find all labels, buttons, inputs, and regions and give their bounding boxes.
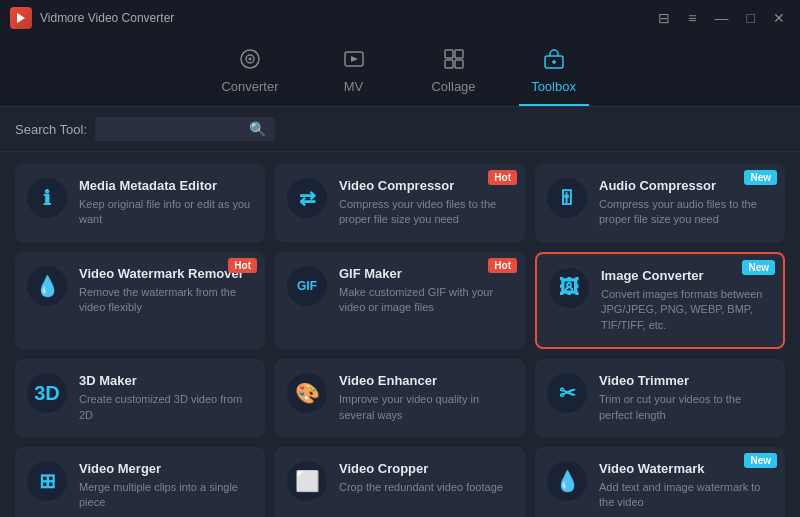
tool-icon-video-merger: ⊞	[27, 461, 67, 501]
tab-collage[interactable]: Collage	[419, 44, 489, 106]
chat-btn[interactable]: ⊟	[653, 8, 675, 28]
converter-icon	[239, 48, 261, 75]
search-input[interactable]	[103, 122, 243, 137]
search-input-wrap: 🔍	[95, 117, 275, 141]
tool-icon-3d-maker: 3D	[27, 373, 67, 413]
search-label: Search Tool:	[15, 122, 87, 137]
tool-desc-video-merger: Merge multiple clips into a single piece	[79, 480, 253, 511]
tool-name-3d-maker: 3D Maker	[79, 373, 253, 388]
tool-card-video-merger[interactable]: ⊞Video MergerMerge multiple clips into a…	[15, 447, 265, 517]
tool-info-video-enhancer: Video EnhancerImprove your video quality…	[339, 373, 513, 423]
tab-converter[interactable]: Converter	[211, 44, 288, 106]
tool-info-media-metadata-editor: Media Metadata EditorKeep original file …	[79, 178, 253, 228]
tool-card-media-metadata-editor[interactable]: ℹMedia Metadata EditorKeep original file…	[15, 164, 265, 242]
svg-point-3	[248, 58, 251, 61]
title-bar-controls: ⊟ ≡ — □ ✕	[653, 8, 790, 28]
tool-card-video-enhancer[interactable]: 🎨Video EnhancerImprove your video qualit…	[275, 359, 525, 437]
tool-name-gif-maker: GIF Maker	[339, 266, 513, 281]
tool-info-3d-maker: 3D MakerCreate customized 3D video from …	[79, 373, 253, 423]
tool-info-video-cropper: Video CropperCrop the redundant video fo…	[339, 461, 513, 495]
tool-card-audio-compressor[interactable]: New🎚Audio CompressorCompress your audio …	[535, 164, 785, 242]
tool-info-video-watermark-remover: Video Watermark RemoverRemove the waterm…	[79, 266, 253, 316]
svg-marker-0	[17, 13, 25, 23]
tab-converter-label: Converter	[221, 79, 278, 94]
tool-icon-image-converter: 🖼	[549, 268, 589, 308]
title-bar: Vidmore Video Converter ⊟ ≡ — □ ✕	[0, 0, 800, 36]
search-icon[interactable]: 🔍	[249, 121, 266, 137]
tab-toolbox-label: Toolbox	[531, 79, 576, 94]
tool-card-video-watermark[interactable]: New💧Video WatermarkAdd text and image wa…	[535, 447, 785, 517]
tool-desc-image-converter: Convert images formats between JPG/JPEG,…	[601, 287, 771, 333]
tool-card-video-compressor[interactable]: Hot⇄Video CompressorCompress your video …	[275, 164, 525, 242]
tool-icon-video-cropper: ⬜	[287, 461, 327, 501]
tool-desc-video-watermark: Add text and image watermark to the vide…	[599, 480, 773, 511]
tool-card-image-converter[interactable]: New🖼Image ConverterConvert images format…	[535, 252, 785, 349]
tab-mv-label: MV	[344, 79, 364, 94]
tool-info-video-merger: Video MergerMerge multiple clips into a …	[79, 461, 253, 511]
tool-icon-video-watermark: 💧	[547, 461, 587, 501]
tool-info-video-watermark: Video WatermarkAdd text and image waterm…	[599, 461, 773, 511]
mv-icon	[343, 48, 365, 75]
tool-icon-video-compressor: ⇄	[287, 178, 327, 218]
minimize-btn[interactable]: —	[710, 8, 734, 28]
toolbox-icon	[543, 48, 565, 75]
tool-name-video-trimmer: Video Trimmer	[599, 373, 773, 388]
tool-info-audio-compressor: Audio CompressorCompress your audio file…	[599, 178, 773, 228]
svg-rect-8	[455, 60, 463, 68]
tab-mv[interactable]: MV	[319, 44, 389, 106]
tool-info-video-compressor: Video CompressorCompress your video file…	[339, 178, 513, 228]
title-bar-left: Vidmore Video Converter	[10, 7, 174, 29]
tool-card-gif-maker[interactable]: HotGIFGIF MakerMake customized GIF with …	[275, 252, 525, 349]
app-title: Vidmore Video Converter	[40, 11, 174, 25]
collage-icon	[443, 48, 465, 75]
tool-name-video-cropper: Video Cropper	[339, 461, 513, 476]
svg-rect-5	[445, 50, 453, 58]
maximize-btn[interactable]: □	[742, 8, 760, 28]
tool-card-video-trimmer[interactable]: ✂Video TrimmerTrim or cut your videos to…	[535, 359, 785, 437]
svg-rect-6	[455, 50, 463, 58]
badge-gif-maker: Hot	[488, 258, 517, 273]
tool-desc-video-trimmer: Trim or cut your videos to the perfect l…	[599, 392, 773, 423]
tool-desc-video-enhancer: Improve your video quality in several wa…	[339, 392, 513, 423]
tool-name-video-compressor: Video Compressor	[339, 178, 513, 193]
tool-icon-video-watermark-remover: 💧	[27, 266, 67, 306]
tool-icon-video-enhancer: 🎨	[287, 373, 327, 413]
tool-desc-audio-compressor: Compress your audio files to the proper …	[599, 197, 773, 228]
tool-icon-media-metadata-editor: ℹ	[27, 178, 67, 218]
tool-desc-video-compressor: Compress your video files to the proper …	[339, 197, 513, 228]
search-bar: Search Tool: 🔍	[0, 107, 800, 152]
tool-name-video-enhancer: Video Enhancer	[339, 373, 513, 388]
badge-image-converter: New	[742, 260, 775, 275]
tool-desc-video-cropper: Crop the redundant video footage	[339, 480, 513, 495]
tool-desc-video-watermark-remover: Remove the watermark from the video flex…	[79, 285, 253, 316]
badge-video-watermark-remover: Hot	[228, 258, 257, 273]
tool-name-media-metadata-editor: Media Metadata Editor	[79, 178, 253, 193]
badge-video-watermark: New	[744, 453, 777, 468]
tool-name-video-watermark-remover: Video Watermark Remover	[79, 266, 253, 281]
tool-info-image-converter: Image ConverterConvert images formats be…	[601, 268, 771, 333]
close-btn[interactable]: ✕	[768, 8, 790, 28]
tool-desc-media-metadata-editor: Keep original file info or edit as you w…	[79, 197, 253, 228]
tool-card-video-cropper[interactable]: ⬜Video CropperCrop the redundant video f…	[275, 447, 525, 517]
badge-video-compressor: Hot	[488, 170, 517, 185]
tool-name-video-merger: Video Merger	[79, 461, 253, 476]
badge-audio-compressor: New	[744, 170, 777, 185]
svg-rect-7	[445, 60, 453, 68]
tab-toolbox[interactable]: Toolbox	[519, 44, 589, 106]
nav-tabs: Converter MV Collage	[0, 36, 800, 107]
tool-card-3d-maker[interactable]: 3D3D MakerCreate customized 3D video fro…	[15, 359, 265, 437]
tool-desc-gif-maker: Make customized GIF with your video or i…	[339, 285, 513, 316]
menu-btn[interactable]: ≡	[683, 8, 701, 28]
tool-card-video-watermark-remover[interactable]: Hot💧Video Watermark RemoverRemove the wa…	[15, 252, 265, 349]
app-logo	[10, 7, 32, 29]
tool-icon-gif-maker: GIF	[287, 266, 327, 306]
tool-icon-video-trimmer: ✂	[547, 373, 587, 413]
tools-grid: ℹMedia Metadata EditorKeep original file…	[0, 152, 800, 517]
tool-desc-3d-maker: Create customized 3D video from 2D	[79, 392, 253, 423]
tool-info-gif-maker: GIF MakerMake customized GIF with your v…	[339, 266, 513, 316]
tool-info-video-trimmer: Video TrimmerTrim or cut your videos to …	[599, 373, 773, 423]
tool-icon-audio-compressor: 🎚	[547, 178, 587, 218]
tab-collage-label: Collage	[431, 79, 475, 94]
